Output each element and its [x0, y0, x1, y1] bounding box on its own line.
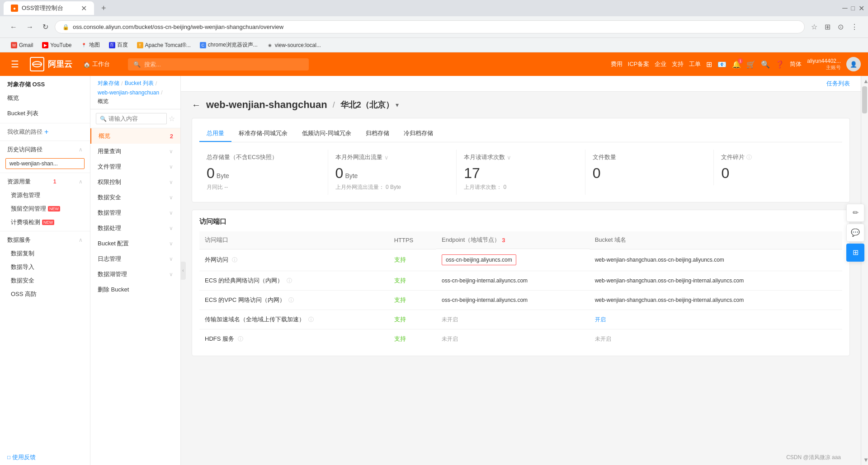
- nav-enterprise[interactable]: 企业: [655, 60, 666, 68]
- scrollbar-up[interactable]: ▲: [861, 76, 868, 86]
- scrollbar-track[interactable]: [861, 86, 868, 455]
- scrollbar-down[interactable]: ▼: [861, 455, 868, 465]
- inner-nav-item-dataprocess[interactable]: 数据处理 ∨: [90, 221, 180, 236]
- nav-bell[interactable]: 🔔1: [732, 60, 741, 69]
- browser-tab[interactable]: ● OSS管理控制台 ✕: [4, 1, 94, 15]
- search-input[interactable]: [144, 61, 303, 68]
- inner-nav-item-datalake[interactable]: 数据湖管理 ∨: [90, 267, 180, 282]
- nav-question[interactable]: ❓: [775, 60, 784, 69]
- nav-icon-1[interactable]: ⊞: [706, 60, 712, 69]
- nav-simplified[interactable]: 简体: [790, 60, 802, 68]
- float-btn-edit[interactable]: ✏: [846, 204, 864, 222]
- traffic-dropdown-icon[interactable]: ∨: [384, 154, 389, 161]
- bookmark-tomcat[interactable]: T Apache Tomcat®...: [133, 40, 194, 50]
- nav-cart[interactable]: 🛒: [746, 60, 755, 69]
- endpoint-info-0[interactable]: ⓘ: [232, 257, 237, 263]
- avatar[interactable]: 👤: [846, 57, 861, 71]
- hamburger-menu[interactable]: ☰: [7, 55, 23, 73]
- resources-header[interactable]: 资源用量 1 ∧: [0, 175, 90, 188]
- data-services-header[interactable]: 数据服务 ∧: [0, 233, 90, 247]
- resource-item-0[interactable]: 资源包管理: [0, 188, 90, 202]
- bookmark-gmail[interactable]: M Gmail: [7, 40, 37, 50]
- endpoint-info-3[interactable]: ⓘ: [308, 316, 314, 323]
- address-bar[interactable]: 🔒 oss.console.aliyun.com/bucket/oss-cn-b…: [55, 20, 805, 33]
- restore-button[interactable]: □: [851, 5, 855, 12]
- user-info[interactable]: aliyun44402... 主账号: [807, 58, 841, 71]
- reload-button[interactable]: ↻: [40, 20, 51, 34]
- resource-item-2[interactable]: 计费项检测 NEW: [0, 216, 90, 229]
- bookmark-maps[interactable]: 📍 地图: [77, 39, 104, 51]
- profile-button[interactable]: ⊙: [835, 20, 846, 34]
- breadcrumb-item-1[interactable]: Bucket 列表: [125, 80, 154, 87]
- bookmark-youtube[interactable]: ▶ YouTube: [38, 40, 75, 50]
- inner-nav-item-datamanage[interactable]: 数据管理 ∨: [90, 205, 180, 221]
- endpoint-bucket-3[interactable]: 开启: [590, 310, 842, 329]
- endpoint-info-2[interactable]: ⓘ: [288, 297, 294, 303]
- breadcrumb-item-2[interactable]: web-wenjian-shangchuan: [98, 89, 159, 96]
- inner-nav-item-files[interactable]: 文件管理 ∨: [90, 159, 180, 174]
- search-bar[interactable]: 🔍: [128, 58, 309, 70]
- breadcrumb-item-0[interactable]: 对象存储: [98, 80, 119, 87]
- task-list-button[interactable]: 任务列表: [826, 80, 850, 88]
- inner-nav-item-logmanage[interactable]: 日志管理 ∨: [90, 251, 180, 267]
- fragments-info-icon[interactable]: ⓘ: [746, 154, 752, 161]
- inner-nav-item-datasecurity[interactable]: 数据安全 ∨: [90, 190, 180, 205]
- bookmark-button[interactable]: ☆: [808, 20, 820, 34]
- back-button[interactable]: ←: [7, 20, 20, 34]
- bookmark-viewsource[interactable]: ◉ view-source:local...: [263, 40, 325, 50]
- region-dropdown[interactable]: 华北2（北京） ▾: [340, 99, 399, 110]
- bookmark-baidu[interactable]: 百 百度: [105, 39, 132, 51]
- inner-search-input[interactable]: [108, 115, 163, 122]
- history-collapse-icon[interactable]: ∧: [79, 146, 83, 153]
- data-service-item-1[interactable]: 数据导入: [0, 260, 90, 274]
- inner-nav-item-bucketconfig[interactable]: Bucket 配置 ∨: [90, 236, 180, 251]
- nav-workorder[interactable]: 工单: [689, 60, 701, 68]
- add-path-button[interactable]: +: [44, 128, 48, 136]
- sidebar-item-overview[interactable]: 概览: [0, 90, 90, 106]
- endpoint-https-4: 支持: [389, 329, 436, 349]
- inner-nav-item-deletebucket[interactable]: 删除 Bucket: [90, 282, 180, 297]
- data-service-item-3[interactable]: OSS 高防: [0, 287, 90, 301]
- nav-fees[interactable]: 费用: [611, 60, 623, 68]
- page-back-button[interactable]: ←: [192, 100, 201, 110]
- float-btn-grid[interactable]: ⊞: [846, 244, 864, 262]
- feedback-link[interactable]: □ 使用反馈: [0, 450, 90, 465]
- forward-button[interactable]: →: [24, 20, 36, 34]
- endpoint-info-1[interactable]: ⓘ: [287, 277, 292, 284]
- top-nav-right: 费用 ICP备案 企业 支持 工单 ⊞ 📧 🔔1 🛒 🔍 ❓ 简体 aliyun…: [611, 57, 861, 71]
- menu-button[interactable]: ⋮: [848, 20, 861, 34]
- right-scrollbar[interactable]: ▲ ▼: [861, 76, 868, 465]
- data-service-item-0[interactable]: 数据复制: [0, 247, 90, 260]
- stats-tab-standard[interactable]: 标准存储-同城冗余: [231, 126, 295, 142]
- nav-icon-2[interactable]: 📧: [717, 60, 726, 69]
- endpoint-info-4[interactable]: ⓘ: [238, 336, 243, 342]
- resource-item-1[interactable]: 预留空间管理 NEW: [0, 202, 90, 216]
- nav-home[interactable]: 🏠 工作台: [80, 58, 113, 70]
- stats-tab-archive[interactable]: 归档存储: [359, 126, 396, 142]
- new-tab-button[interactable]: +: [98, 2, 110, 15]
- scrollbar-thumb[interactable]: [862, 86, 867, 113]
- inner-search-box[interactable]: 🔍: [96, 113, 167, 124]
- nav-search-2[interactable]: 🔍: [761, 60, 770, 69]
- float-btn-chat[interactable]: 💬: [846, 224, 864, 242]
- close-button[interactable]: ✕: [859, 4, 864, 13]
- minimize-button[interactable]: ─: [842, 4, 847, 12]
- stats-tab-total[interactable]: 总用量: [199, 126, 231, 142]
- endpoint-url-0[interactable]: oss-cn-beijing.aliyuncs.com: [436, 249, 590, 271]
- inner-nav-item-usage[interactable]: 用量查询 ∨: [90, 144, 180, 159]
- inner-nav-item-access[interactable]: 权限控制 ∨: [90, 174, 180, 190]
- nav-icp[interactable]: ICP备案: [628, 60, 650, 68]
- inner-nav-item-overview[interactable]: 概览 2: [90, 128, 180, 144]
- requests-dropdown-icon[interactable]: ∨: [507, 154, 511, 161]
- stats-tab-lowfreq[interactable]: 低频访问-同城冗余: [295, 126, 358, 142]
- history-item-0[interactable]: web-wenjian-shan...: [5, 158, 85, 169]
- nav-support[interactable]: 支持: [672, 60, 684, 68]
- sidebar-item-bucket-list[interactable]: Bucket 列表: [0, 106, 90, 121]
- tab-close-button[interactable]: ✕: [81, 4, 87, 13]
- star-button[interactable]: ☆: [169, 114, 175, 123]
- data-service-item-2[interactable]: 数据安全: [0, 274, 90, 287]
- sidebar-collapse-button[interactable]: ‹: [180, 262, 186, 280]
- extensions-button[interactable]: ⊞: [822, 20, 833, 34]
- bookmark-chrome[interactable]: C chrome浏览器设声...: [196, 39, 261, 51]
- stats-tab-coldarchive[interactable]: 冷归档存储: [396, 126, 440, 142]
